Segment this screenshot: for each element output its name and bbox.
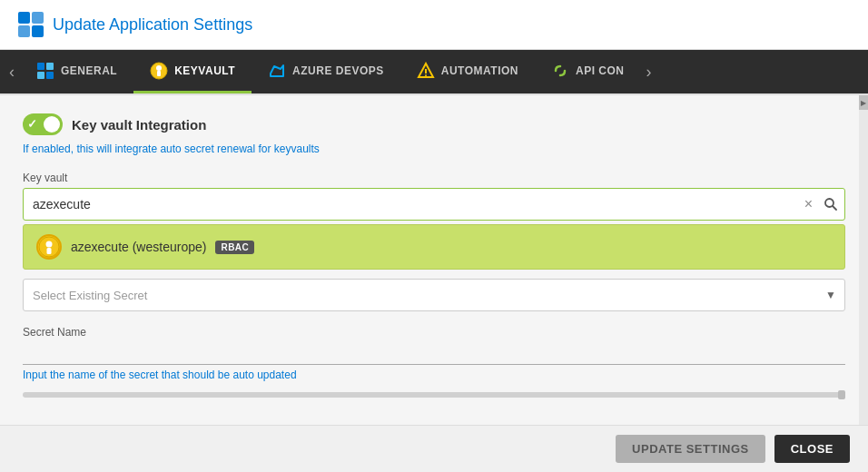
toggle-row: ✓ Key vault Integration	[23, 113, 845, 135]
general-tab-icon	[36, 62, 54, 80]
keyvault-tab-label: KEYVAULT	[174, 64, 235, 77]
app-icon	[18, 12, 44, 37]
keyvault-option-name: azexecute (westeurope)	[71, 240, 206, 254]
secret-name-label: Secret Name	[23, 326, 845, 339]
api-tab-icon	[551, 62, 569, 80]
secret-name-input[interactable]	[23, 342, 845, 365]
toggle-label: Key vault Integration	[72, 117, 206, 133]
page-title: Update Application Settings	[53, 15, 252, 34]
select-existing-secret[interactable]: Select Existing Secret	[23, 279, 845, 311]
scrollbar-end-arrow	[838, 390, 845, 399]
key-vault-input[interactable]	[23, 188, 845, 221]
general-tab-label: GENERAL	[61, 64, 117, 77]
tab-automation[interactable]: AUTOMATION	[400, 50, 535, 93]
close-button[interactable]: CLOSE	[774, 435, 850, 463]
horizontal-scrollbar[interactable]	[23, 392, 845, 398]
tab-prev-button[interactable]: ‹	[4, 50, 20, 93]
svg-point-1	[156, 65, 162, 71]
tab-next-button[interactable]: ›	[640, 50, 656, 93]
svg-point-5	[425, 74, 427, 76]
svg-rect-2	[157, 71, 161, 76]
api-tab-label: API CON	[576, 64, 625, 77]
key-vault-input-wrapper: ×	[23, 188, 845, 221]
devops-tab-label: AZURE DEVOPS	[292, 64, 384, 77]
keyvault-toggle[interactable]: ✓	[23, 113, 63, 135]
clear-input-button[interactable]: ×	[803, 194, 814, 214]
keyvault-tab-icon	[150, 62, 168, 80]
update-settings-button[interactable]: UPDATE SETTINGS	[616, 435, 765, 463]
search-icon	[824, 197, 838, 211]
tab-api-con[interactable]: API CON	[535, 50, 641, 93]
svg-point-9	[46, 241, 53, 248]
right-scroll-arrow[interactable]: ▶	[859, 95, 868, 110]
right-scroll-area: ▶	[859, 95, 868, 425]
svg-line-7	[833, 206, 836, 210]
modal-container: ‹ GENERAL KEYVAULT	[0, 50, 868, 472]
tab-keyvault[interactable]: KEYVAULT	[133, 50, 252, 93]
select-existing-wrapper: Select Existing Secret ▼	[23, 279, 845, 311]
secret-name-wrapper: Secret Name	[23, 326, 845, 365]
svg-rect-10	[47, 248, 52, 254]
toggle-check-icon: ✓	[27, 117, 37, 131]
tab-bar: ‹ GENERAL KEYVAULT	[0, 50, 868, 93]
content-area: ✓ Key vault Integration If enabled, this…	[0, 95, 868, 425]
automation-tab-icon	[417, 62, 435, 80]
secret-hint: Input the name of the secret that should…	[23, 369, 845, 381]
tab-general[interactable]: GENERAL	[20, 50, 133, 93]
rbac-badge: RBAC	[215, 241, 254, 254]
app-header: Update Application Settings	[0, 0, 868, 50]
toggle-description: If enabled, this will integrate auto sec…	[23, 143, 845, 155]
keyvault-dropdown-option[interactable]: azexecute (westeurope) RBAC	[23, 224, 845, 270]
footer: UPDATE SETTINGS CLOSE	[0, 425, 868, 472]
input-actions: ×	[803, 194, 840, 214]
automation-tab-label: AUTOMATION	[441, 64, 518, 77]
keyvault-option-icon	[36, 234, 62, 260]
key-vault-field-label: Key vault	[23, 172, 845, 184]
kv-svg-icon	[38, 236, 60, 258]
devops-tab-icon	[268, 62, 286, 80]
tab-azure-devops[interactable]: AZURE DEVOPS	[252, 50, 400, 93]
search-input-button[interactable]	[822, 194, 840, 214]
